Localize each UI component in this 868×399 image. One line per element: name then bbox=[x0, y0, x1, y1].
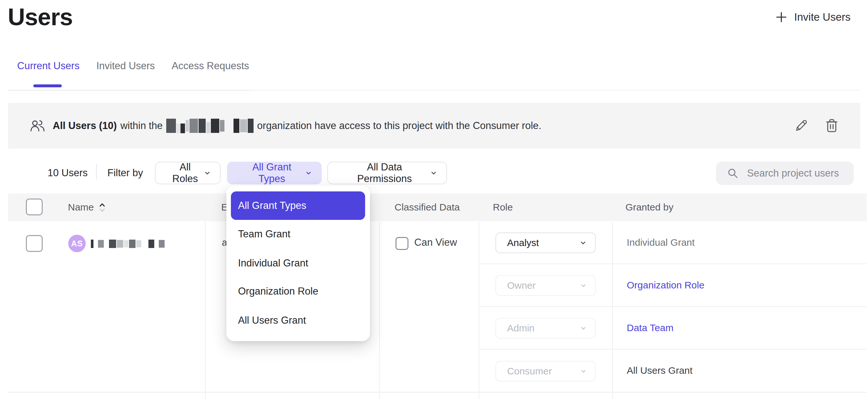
column-header-name: Name bbox=[68, 202, 94, 213]
granted-by-value: All Users Grant bbox=[627, 349, 692, 392]
row-divider bbox=[8, 392, 867, 393]
filter-all-roles-label: All Roles bbox=[166, 161, 204, 185]
column-divider bbox=[612, 222, 613, 399]
all-users-banner: All Users (10) within the organization h… bbox=[8, 103, 860, 149]
chevron-down-icon bbox=[580, 368, 587, 374]
page-title: Users bbox=[8, 3, 73, 31]
tab-invited-users[interactable]: Invited Users bbox=[96, 60, 155, 72]
filter-all-data-permissions-label: All Data Permissions bbox=[339, 161, 430, 185]
trash-icon bbox=[825, 119, 838, 133]
filter-all-roles[interactable]: All Roles bbox=[155, 162, 221, 184]
menu-item-all-users-grant[interactable]: All Users Grant bbox=[238, 306, 306, 335]
chevron-down-icon bbox=[580, 239, 587, 246]
menu-item-team-grant[interactable]: Team Grant bbox=[238, 220, 290, 248]
can-view-label: Can View bbox=[414, 221, 457, 264]
role-value: Consumer bbox=[507, 366, 552, 377]
banner-bold-text: All Users (10) bbox=[53, 120, 117, 132]
column-divider bbox=[205, 222, 206, 399]
banner-tail-text: organization have access to this project… bbox=[257, 120, 541, 132]
avatar: AS bbox=[68, 235, 86, 252]
table-header: Name Email Classified Data Role Granted … bbox=[8, 193, 867, 221]
filter-all-data-permissions[interactable]: All Data Permissions bbox=[327, 162, 447, 184]
row-checkbox[interactable] bbox=[26, 235, 43, 252]
select-all-checkbox[interactable] bbox=[26, 198, 43, 215]
menu-item-individual-grant[interactable]: Individual Grant bbox=[238, 249, 308, 277]
column-header-classified-data: Classified Data bbox=[395, 193, 460, 221]
sort-icon[interactable] bbox=[98, 201, 106, 214]
redacted-org-name bbox=[166, 118, 253, 133]
column-header-granted-by: Granted by bbox=[625, 193, 673, 221]
filter-all-grant-types[interactable]: All Grant Types bbox=[227, 162, 322, 184]
redacted-user-name bbox=[91, 240, 165, 248]
role-select-admin: Admin bbox=[495, 318, 596, 339]
role-value: Analyst bbox=[507, 237, 539, 248]
granted-by-link[interactable]: Data Team bbox=[627, 307, 674, 349]
filter-by-label: Filter by bbox=[107, 162, 143, 184]
menu-item-all-grant-types[interactable]: All Grant Types bbox=[231, 191, 365, 220]
chevron-down-icon bbox=[430, 170, 437, 177]
banner-actions bbox=[793, 103, 840, 149]
banner-mid-text: within the bbox=[120, 120, 163, 132]
invite-users-label: Invite Users bbox=[794, 11, 850, 23]
edit-button[interactable] bbox=[793, 118, 809, 134]
menu-item-organization-role[interactable]: Organization Role bbox=[238, 277, 318, 306]
role-value: Owner bbox=[507, 280, 535, 291]
users-page: Users Invite Users Current Users Invited… bbox=[0, 0, 868, 399]
tab-current-users[interactable]: Current Users bbox=[17, 60, 80, 72]
role-select-owner: Owner bbox=[495, 275, 596, 296]
search-box bbox=[716, 162, 854, 185]
search-icon bbox=[727, 167, 739, 179]
tabs-divider bbox=[8, 90, 250, 91]
tab-bar: Current Users Invited Users Access Reque… bbox=[17, 60, 249, 72]
toolbar-divider bbox=[96, 164, 97, 180]
granted-by-link[interactable]: Organization Role bbox=[627, 264, 704, 307]
filter-all-grant-types-label: All Grant Types bbox=[239, 161, 305, 185]
granted-by-value: Individual Grant bbox=[627, 221, 695, 264]
column-header-role: Role bbox=[493, 193, 513, 221]
chevron-down-icon bbox=[305, 170, 312, 177]
delete-button[interactable] bbox=[824, 117, 840, 134]
banner-message: All Users (10) within the organization h… bbox=[53, 103, 541, 149]
chevron-down-icon bbox=[204, 170, 211, 177]
tabs-divider-light bbox=[250, 90, 860, 91]
tab-access-requests[interactable]: Access Requests bbox=[172, 60, 249, 72]
can-view-checkbox[interactable] bbox=[396, 237, 408, 250]
user-count: 10 Users bbox=[48, 162, 88, 184]
column-divider bbox=[478, 222, 479, 399]
users-group-icon bbox=[30, 120, 45, 132]
search-input[interactable] bbox=[746, 167, 868, 180]
chevron-down-icon bbox=[580, 325, 587, 331]
grant-types-dropdown-menu: All Grant Types Team Grant Individual Gr… bbox=[226, 186, 370, 341]
plus-icon bbox=[776, 11, 787, 23]
active-tab-indicator bbox=[33, 84, 62, 87]
column-divider bbox=[379, 222, 380, 399]
invite-users-button[interactable]: Invite Users bbox=[775, 9, 851, 25]
role-value: Admin bbox=[507, 323, 534, 334]
role-select-consumer: Consumer bbox=[495, 361, 596, 381]
chevron-down-icon bbox=[580, 282, 587, 289]
role-select-analyst[interactable]: Analyst bbox=[495, 233, 596, 253]
pencil-icon bbox=[794, 119, 808, 132]
